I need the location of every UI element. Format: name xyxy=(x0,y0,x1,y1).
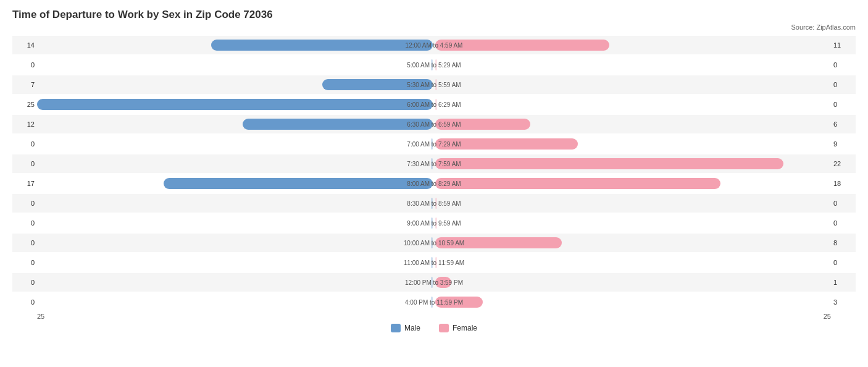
female-bar xyxy=(435,99,437,110)
female-bar xyxy=(435,237,562,248)
female-value: 22 xyxy=(831,160,856,167)
bars-container: 7:00 AM to 7:29 AM xyxy=(37,135,831,153)
bars-container: 8:30 AM to 8:59 AM xyxy=(37,194,831,213)
female-value: 0 xyxy=(831,219,856,227)
male-value: 0 xyxy=(12,61,37,69)
bars-container: 8:00 AM to 8:29 AM xyxy=(37,174,831,193)
male-legend-label: Male xyxy=(404,324,420,332)
chart-title: Time of Departure to Work by Sex in Zip … xyxy=(12,9,856,21)
chart-row: 256:00 AM to 6:29 AM0 xyxy=(12,95,856,114)
male-value: 0 xyxy=(12,259,37,266)
female-value: 11 xyxy=(831,41,856,49)
female-bar xyxy=(435,138,578,150)
male-bar xyxy=(211,40,433,51)
female-value: 0 xyxy=(831,101,856,108)
bars-container: 5:30 AM to 5:59 AM xyxy=(37,75,831,94)
male-value: 17 xyxy=(12,180,37,187)
bars-container: 6:30 AM to 6:59 AM xyxy=(37,115,831,133)
legend-female: Female xyxy=(439,324,477,332)
female-value: 1 xyxy=(831,279,856,286)
female-bar xyxy=(435,59,437,70)
male-value: 0 xyxy=(12,200,37,207)
male-value: 25 xyxy=(12,101,37,108)
female-value: 0 xyxy=(831,61,856,69)
male-value: 0 xyxy=(12,219,37,227)
bars-container: 4:00 PM to 11:59 PM xyxy=(37,293,831,311)
female-bar xyxy=(435,198,437,209)
male-bar xyxy=(431,59,433,70)
male-legend-box xyxy=(391,324,401,332)
female-bar xyxy=(435,277,451,288)
male-bar xyxy=(431,297,433,308)
female-value: 8 xyxy=(831,239,856,247)
male-bar xyxy=(37,99,433,110)
male-value: 0 xyxy=(12,239,37,247)
chart-row: 07:30 AM to 7:59 AM22 xyxy=(12,154,856,173)
female-bar xyxy=(435,297,483,308)
male-bar xyxy=(322,79,433,90)
male-value: 0 xyxy=(12,279,37,286)
chart-row: 08:30 AM to 8:59 AM0 xyxy=(12,194,856,213)
female-bar xyxy=(435,257,437,268)
male-bar xyxy=(243,119,433,130)
female-value: 0 xyxy=(831,200,856,207)
chart-row: 04:00 PM to 11:59 PM3 xyxy=(12,293,856,311)
bars-container: 12:00 AM to 4:59 AM xyxy=(37,36,831,54)
bars-container: 11:00 AM to 11:59 AM xyxy=(37,253,831,272)
male-bar xyxy=(431,158,433,169)
male-bar xyxy=(164,178,433,189)
chart-row: 126:30 AM to 6:59 AM6 xyxy=(12,115,856,133)
chart-row: 011:00 AM to 11:59 AM0 xyxy=(12,253,856,272)
male-value: 12 xyxy=(12,120,37,128)
chart-row: 05:00 AM to 5:29 AM0 xyxy=(12,56,856,74)
female-legend-box xyxy=(439,324,449,332)
male-value: 0 xyxy=(12,140,37,148)
male-bar xyxy=(431,277,433,288)
male-value: 0 xyxy=(12,160,37,167)
chart-row: 1412:00 AM to 4:59 AM11 xyxy=(12,36,856,54)
chart-row: 178:00 AM to 8:29 AM18 xyxy=(12,174,856,193)
female-bar xyxy=(435,119,530,130)
bars-container: 7:30 AM to 7:59 AM xyxy=(37,154,831,173)
male-value: 7 xyxy=(12,81,37,88)
chart-row: 012:00 PM to 3:59 PM1 xyxy=(12,273,856,292)
female-value: 18 xyxy=(831,180,856,187)
female-value: 0 xyxy=(831,81,856,88)
source-text: Source: ZipAtlas.com xyxy=(12,23,856,31)
female-bar xyxy=(435,40,609,51)
female-value: 9 xyxy=(831,140,856,148)
male-bar xyxy=(431,237,433,248)
chart-area: 1412:00 AM to 4:59 AM1105:00 AM to 5:29 … xyxy=(12,36,856,311)
female-bar xyxy=(435,178,720,189)
male-value: 0 xyxy=(12,298,37,306)
male-bar xyxy=(431,198,433,209)
bars-container: 9:00 AM to 9:59 AM xyxy=(37,214,831,232)
male-bar xyxy=(431,138,433,150)
axis-right: 25 xyxy=(824,313,831,320)
bars-container: 6:00 AM to 6:29 AM xyxy=(37,95,831,114)
male-bar xyxy=(431,257,433,268)
chart-row: 75:30 AM to 5:59 AM0 xyxy=(12,75,856,94)
female-legend-label: Female xyxy=(453,324,477,332)
axis-left: 25 xyxy=(37,313,44,320)
chart-row: 07:00 AM to 7:29 AM9 xyxy=(12,135,856,153)
bars-container: 10:00 AM to 10:59 AM xyxy=(37,234,831,252)
bars-container: 12:00 PM to 3:59 PM xyxy=(37,273,831,292)
chart-row: 010:00 AM to 10:59 AM8 xyxy=(12,234,856,252)
female-bar xyxy=(435,217,437,229)
legend-male: Male xyxy=(391,324,420,332)
female-value: 3 xyxy=(831,298,856,306)
male-value: 14 xyxy=(12,41,37,49)
female-bar xyxy=(435,79,437,90)
chart-row: 09:00 AM to 9:59 AM0 xyxy=(12,214,856,232)
bars-container: 5:00 AM to 5:29 AM xyxy=(37,56,831,74)
female-value: 0 xyxy=(831,259,856,266)
male-bar xyxy=(431,217,433,229)
female-bar xyxy=(435,158,783,169)
female-value: 6 xyxy=(831,120,856,128)
